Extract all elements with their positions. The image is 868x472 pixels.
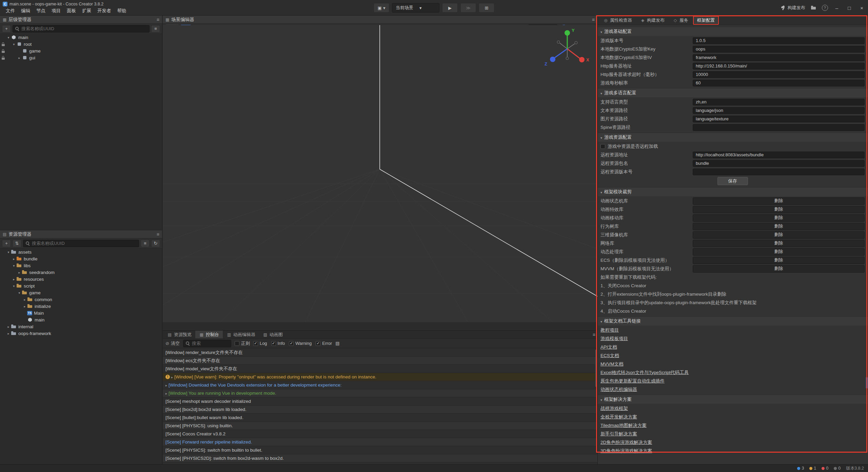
link-Tiledmap地图解决方案[interactable]: Tiledmap地图解决方案 <box>600 422 647 429</box>
checkbox-Error[interactable] <box>316 341 320 346</box>
tree-item-internal[interactable]: internal <box>0 323 162 330</box>
delete-button-行为树库[interactable]: 删除 <box>693 223 865 230</box>
build-publish-button[interactable]: 构建发布 <box>781 5 805 11</box>
assets-search-input[interactable] <box>31 240 137 246</box>
notice-counter[interactable]: 0 <box>834 466 841 471</box>
log-row[interactable]: [Window] Download the Vue Devtools exten… <box>163 381 597 389</box>
input-远程资源包名[interactable] <box>693 160 865 167</box>
menu-面板[interactable]: 面板 <box>64 8 79 14</box>
expand-arrow-icon[interactable] <box>17 56 22 60</box>
input-图片资源路径[interactable] <box>693 116 865 122</box>
filter-Info[interactable]: Info <box>271 341 285 346</box>
scene-viewport[interactable]: Y X Z <box>163 25 597 322</box>
tree-item-common[interactable]: common <box>0 296 162 303</box>
log-row[interactable]: [Scene] [PHYSICS]: using builtin. <box>163 422 597 430</box>
regex-toggle[interactable]: 正则 <box>235 340 250 347</box>
tree-item-libs[interactable]: libs <box>0 262 162 269</box>
menu-编辑[interactable]: 编辑 <box>18 8 33 14</box>
tree-item-seedrandom[interactable]: seedrandom <box>0 269 162 276</box>
delete-button-动画特效库[interactable]: 删除 <box>693 206 865 213</box>
link-3D角色扮演游戏解决方案[interactable]: 3D角色扮演游戏解决方案 <box>600 448 652 454</box>
link-新手引导解决方案[interactable]: 新手引导解决方案 <box>600 431 637 437</box>
expand-arrow-icon[interactable] <box>12 284 16 288</box>
console-searchbox[interactable] <box>183 340 231 347</box>
link-动画状态机编辑器[interactable]: 动画状态机编辑器 <box>600 387 637 393</box>
expand-arrow-icon[interactable] <box>12 264 16 268</box>
section-框架解决方案[interactable]: 框架解决方案 <box>598 395 868 404</box>
link-战棋游戏框架[interactable]: 战棋游戏框架 <box>600 406 628 412</box>
scene-select[interactable]: 当前场景 <box>392 3 439 13</box>
expand-arrow-icon[interactable] <box>171 374 173 379</box>
menu-节点[interactable]: 节点 <box>33 8 48 14</box>
error-counter[interactable]: 0 <box>822 466 828 471</box>
tab-构建发布[interactable]: 构建发布 <box>637 17 668 24</box>
log-row[interactable]: [Scene] [PHYSICS2D]: switch from box2d-w… <box>163 454 597 463</box>
assets-searchbox[interactable] <box>23 240 139 247</box>
delete-button-动画状态机库[interactable]: 删除 <box>693 197 865 205</box>
input-支持语言类型[interactable] <box>693 99 865 105</box>
link-2D角色扮演游戏解决方案[interactable]: 2D角色扮演游戏解决方案 <box>600 439 652 446</box>
input-本地数据CryptoES加密Key[interactable] <box>693 46 865 53</box>
scene-panel-menu-icon[interactable] <box>592 17 595 22</box>
input-Http服务器请求超时（毫秒）[interactable] <box>693 71 865 78</box>
menu-文件[interactable]: 文件 <box>3 8 18 14</box>
delete-button-动态处理库[interactable]: 删除 <box>693 248 865 256</box>
link-ECS文档[interactable]: ECS文档 <box>600 353 619 359</box>
warning-counter[interactable]: 1 <box>809 466 816 471</box>
expand-arrow-icon[interactable] <box>6 36 11 39</box>
hierarchy-searchbox[interactable] <box>13 25 150 33</box>
log-row[interactable]: [Window] ecs文件夹不存在 <box>163 357 597 365</box>
delete-button-三维摄像机库[interactable]: 删除 <box>693 231 865 239</box>
expand-arrow-icon[interactable] <box>6 332 11 335</box>
tab-属性检查器[interactable]: 属性检查器 <box>600 17 635 24</box>
preview-target-button[interactable] <box>374 3 389 13</box>
console-panel-menu-icon[interactable] <box>593 332 595 337</box>
expand-arrow-icon[interactable] <box>6 325 11 329</box>
tab-框架配置[interactable]: 框架配置 <box>693 16 719 25</box>
log-row[interactable]: [Scene] Cocos Creator v3.8.2 <box>163 430 597 438</box>
menu-开发者[interactable]: 开发者 <box>94 8 114 14</box>
log-row[interactable]: [Window] You are running Vue in developm… <box>163 389 597 397</box>
input-远程资源地址[interactable] <box>693 152 865 158</box>
log-row[interactable]: [Window] model_view文件夹不存在 <box>163 365 597 373</box>
checkbox-Warning[interactable] <box>289 341 294 346</box>
inspector-scrollbar[interactable] <box>866 377 868 389</box>
tree-item-resources[interactable]: resources <box>0 276 162 282</box>
log-row[interactable]: [Window] render_texture文件夹不存在 <box>163 349 597 357</box>
menu-扩展[interactable]: 扩展 <box>79 8 94 14</box>
section-游戏资源配置[interactable]: 游戏资源配置 <box>598 133 868 142</box>
section-框架模块裁剪[interactable]: 框架模块裁剪 <box>598 187 868 196</box>
tree-item-game[interactable]: game <box>0 289 162 296</box>
link-游戏模板项目[interactable]: 游戏模板项目 <box>600 336 628 342</box>
log-row[interactable]: [Scene] Forward render pipeline initiali… <box>163 438 597 446</box>
log-row[interactable]: [Window] [Vue warn]: Property "onInput" … <box>163 373 597 381</box>
expand-arrow-icon[interactable] <box>12 257 16 261</box>
section-框架文档工具链接[interactable]: 框架文档工具链接 <box>598 316 868 326</box>
console-search-input[interactable] <box>191 340 229 346</box>
input-Http服务器地址[interactable] <box>693 63 865 70</box>
link-原生包热更新配置自动生成插件[interactable]: 原生包热更新配置自动生成插件 <box>600 378 665 384</box>
tree-item-root[interactable]: root <box>0 41 162 47</box>
assets-filter-icon[interactable] <box>141 240 150 247</box>
link-教程项目[interactable]: 教程项目 <box>600 327 619 333</box>
log-row[interactable]: [Scene] [PHYSICS]: switch from builtin t… <box>163 446 597 454</box>
expand-arrow-icon[interactable] <box>17 291 22 295</box>
checkbox-Info[interactable] <box>271 341 276 346</box>
create-asset-button[interactable] <box>2 240 11 247</box>
sort-assets-icon[interactable] <box>13 240 21 247</box>
filter-Error[interactable]: Error <box>316 341 332 346</box>
delete-button-MVVM（删除后模板项目无法使用）[interactable]: 删除 <box>693 265 865 273</box>
delete-button-网络库[interactable]: 删除 <box>693 240 865 247</box>
log-counter[interactable]: 3 <box>797 466 804 471</box>
checkbox-Log[interactable] <box>253 341 258 346</box>
section-游戏基础配置[interactable]: 游戏基础配置 <box>598 27 868 36</box>
tree-item-initialize[interactable]: initialize <box>0 303 162 310</box>
window-maximize-button[interactable] <box>846 5 853 11</box>
assets-panel-menu-icon[interactable] <box>157 232 159 237</box>
expand-arrow-icon[interactable] <box>12 42 16 46</box>
log-row[interactable]: [Scene] meshopt wasm decoder initialized <box>163 397 597 406</box>
open-project-folder-icon[interactable] <box>811 5 816 10</box>
log-row[interactable]: [Scene] [box2d]:box2d wasm lib loaded. <box>163 406 597 414</box>
link-Excel格式转Json文件与TypeScript代码工具[interactable]: Excel格式转Json文件与TypeScript代码工具 <box>600 370 689 376</box>
tree-item-main[interactable]: main <box>0 34 162 41</box>
